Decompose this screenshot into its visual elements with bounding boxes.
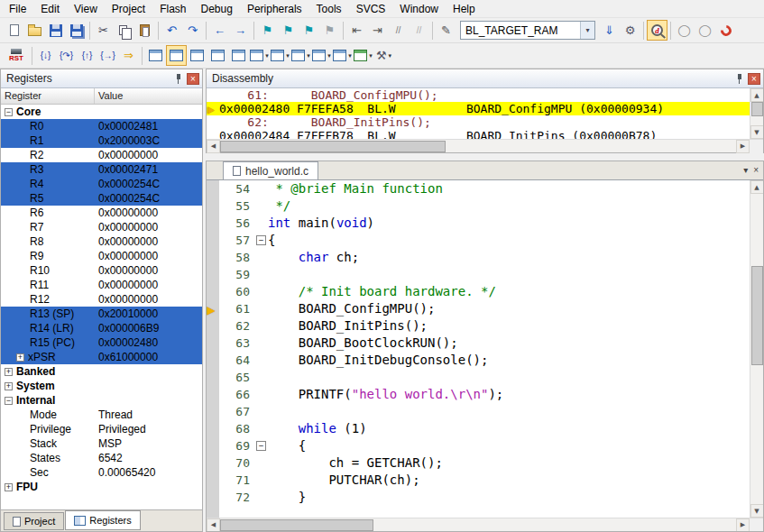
register-row[interactable]: +System [1, 379, 202, 393]
collapse-icon[interactable]: − [5, 397, 13, 405]
register-row[interactable]: R110x00000000 [1, 278, 202, 292]
cut-icon[interactable]: ✂ [93, 20, 114, 41]
breakpoint-margin[interactable] [207, 369, 219, 386]
comment-selection-icon[interactable]: // [388, 20, 409, 41]
breakpoint-margin[interactable] [207, 352, 219, 369]
run-to-cursor-icon[interactable]: {→} [97, 45, 118, 66]
menu-item-view[interactable]: View [67, 1, 105, 17]
registers-window-icon[interactable] [207, 45, 228, 66]
start-stop-debug-icon[interactable] [647, 20, 667, 41]
collapse-icon[interactable]: − [5, 108, 13, 116]
breakpoint-margin[interactable] [207, 335, 219, 352]
scroll-down-icon[interactable]: ▼ [750, 125, 764, 139]
save-icon[interactable] [45, 20, 66, 41]
editor-line[interactable]: 70 ch = GETCHAR(); [207, 454, 750, 472]
navigate-back-icon[interactable]: ← [209, 20, 230, 41]
editor-line[interactable]: 72 } [207, 489, 750, 506]
dropdown-arrow-icon[interactable]: ▾ [307, 52, 310, 60]
register-row[interactable]: R20x00000000 [1, 148, 202, 162]
new-file-icon[interactable] [4, 20, 24, 41]
fold-collapse-icon[interactable]: − [256, 235, 266, 245]
memory-windows-icon[interactable]: ▾ [270, 45, 290, 66]
editor-line[interactable]: 64 BOARD_InitDebugConsole(); [207, 352, 750, 369]
panel-tab-registers[interactable]: Registers [65, 510, 140, 530]
combo-dropdown-icon[interactable]: ▾ [580, 22, 594, 39]
menu-item-help[interactable]: Help [446, 1, 483, 17]
disassembly-window-icon[interactable] [166, 45, 187, 66]
toggle-bookmark-icon[interactable]: ⚑ [257, 20, 278, 41]
editor-line[interactable]: 56int main(void) [207, 215, 750, 232]
breakpoint-margin[interactable] [207, 283, 219, 300]
disassembly-line[interactable]: 0x00002484 F7FEFB78 BL.W BOARD_InitPins … [207, 129, 750, 139]
target-select-combo[interactable]: BL_TARGET_RAM▾ [460, 21, 595, 40]
breakpoint-margin[interactable] [207, 197, 219, 215]
register-row[interactable]: R90x00000000 [1, 249, 202, 263]
previous-bookmark-icon[interactable]: ⚑ [278, 20, 299, 41]
editor-line[interactable]: 55 */ [207, 197, 750, 215]
scroll-thumb[interactable] [220, 519, 373, 531]
dropdown-arrow-icon[interactable]: ▾ [265, 52, 269, 60]
watch-windows-icon[interactable]: ▾ [249, 45, 270, 66]
menu-item-peripherals[interactable]: Peripherals [240, 1, 309, 17]
edit-target-icon[interactable]: ✎ [436, 20, 456, 41]
menu-item-debug[interactable]: Debug [194, 1, 240, 17]
flash-download-icon[interactable]: ⇓ [599, 20, 620, 41]
close-tab-icon[interactable]: × [753, 164, 759, 177]
breakpoint-margin[interactable] [207, 403, 219, 420]
editor-line[interactable]: 62 BOARD_InitPins(); [207, 317, 750, 335]
register-row[interactable]: R14 (LR)0x000006B9 [1, 321, 202, 335]
next-bookmark-icon[interactable]: ⚑ [299, 20, 319, 41]
unindent-icon[interactable]: ⇤ [346, 20, 367, 41]
breakpoint-margin[interactable] [207, 249, 219, 266]
pin-icon[interactable] [174, 74, 183, 84]
expand-icon[interactable]: + [5, 382, 13, 390]
serial-windows-icon[interactable]: ▾ [290, 45, 311, 66]
breakpoint-margin[interactable] [207, 489, 219, 506]
analysis-windows-icon[interactable]: ▾ [311, 45, 332, 66]
copy-icon[interactable] [114, 20, 134, 41]
register-row[interactable]: +xPSR0x61000000 [1, 350, 202, 364]
scroll-up-icon[interactable]: ▲ [750, 180, 764, 194]
breakpoint-margin[interactable] [207, 454, 219, 472]
dropdown-arrow-icon[interactable]: ▾ [369, 52, 373, 60]
command-window-icon[interactable] [145, 45, 166, 66]
menu-item-file[interactable]: File [2, 1, 33, 17]
breakpoint-margin[interactable] [207, 437, 219, 454]
disassembly-vscrollbar[interactable]: ▲ ▼ [750, 88, 763, 139]
scroll-left-icon[interactable]: ◀ [207, 518, 220, 532]
register-row[interactable]: R30x00002471 [1, 162, 202, 177]
disassembly-line[interactable]: 62: BOARD_InitPins(); [207, 115, 750, 129]
dropdown-arrow-icon[interactable]: ▾ [389, 52, 392, 60]
symbols-window-icon[interactable] [187, 45, 207, 66]
editor-line[interactable]: 54 * @brief Main function [207, 180, 750, 197]
register-row[interactable]: R120x00000000 [1, 292, 202, 307]
paste-icon[interactable] [134, 20, 155, 41]
editor-line[interactable]: 57−{ [207, 232, 750, 249]
register-row[interactable]: R13 (SP)0x20010000 [1, 307, 202, 321]
open-folder-icon[interactable] [24, 20, 45, 41]
editor-line[interactable]: 67 [207, 403, 750, 420]
breakpoint-margin[interactable] [207, 420, 219, 437]
expand-icon[interactable]: + [5, 483, 13, 491]
scroll-right-icon[interactable]: ▶ [736, 518, 750, 532]
show-next-statement-icon[interactable]: ⇒ [118, 45, 139, 66]
editor-line[interactable]: ▶61 BOARD_ConfigMPU(); [207, 300, 750, 317]
menu-item-flash[interactable]: Flash [152, 1, 193, 17]
close-panel-icon[interactable]: × [187, 73, 199, 85]
editor-line[interactable]: 65 [207, 369, 750, 386]
dropdown-arrow-icon[interactable]: ▾ [348, 52, 352, 60]
editor-hscrollbar[interactable]: ◀ ▶ [207, 518, 763, 531]
scroll-right-icon[interactable]: ▶ [736, 140, 750, 153]
scroll-thumb[interactable] [751, 266, 763, 365]
target-options-icon[interactable]: ⚙ [620, 20, 640, 41]
scroll-thumb[interactable] [220, 141, 446, 152]
splitter[interactable] [206, 153, 764, 161]
editor-line[interactable]: 71 PUTCHAR(ch); [207, 472, 750, 489]
menu-item-svcs[interactable]: SVCS [349, 1, 393, 17]
dropdown-arrow-icon[interactable]: ▾ [327, 52, 331, 60]
register-row[interactable]: R80x00000000 [1, 234, 202, 249]
editor-line[interactable]: 68 while (1) [207, 420, 750, 437]
expand-icon[interactable]: + [16, 353, 24, 362]
breakpoint-margin[interactable] [207, 317, 219, 335]
breakpoint-margin[interactable] [207, 266, 219, 283]
